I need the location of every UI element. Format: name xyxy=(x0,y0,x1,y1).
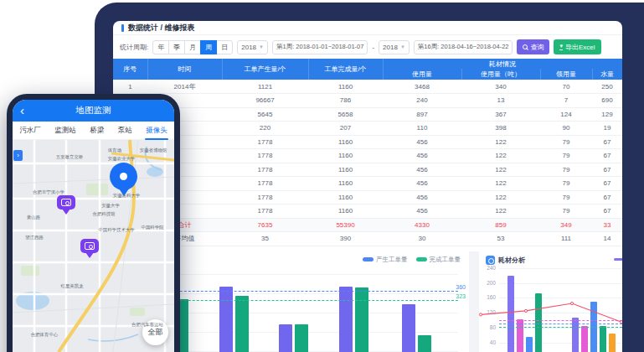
table-cell: 1160 xyxy=(308,204,383,219)
table-cell: 67 xyxy=(592,190,622,204)
table-cell: 340 xyxy=(461,80,540,94)
period-option[interactable]: 月 xyxy=(184,40,201,54)
camera-marker[interactable] xyxy=(56,195,76,219)
camera-icon xyxy=(61,199,71,206)
map-label: 合肥市宁溪小学 xyxy=(33,189,64,195)
period-option[interactable]: 年 xyxy=(152,40,169,54)
phone-tab-泵站[interactable]: 泵站 xyxy=(117,123,133,138)
table-cell: 122 xyxy=(461,163,540,177)
period-option[interactable]: 周 xyxy=(200,40,217,54)
table-cell: 456 xyxy=(383,149,461,163)
table-cell: 90 xyxy=(540,122,592,136)
table-cell: 456 xyxy=(383,190,461,204)
legend-item[interactable]: 产生工单量 xyxy=(363,256,408,264)
table-cell: 110 xyxy=(383,122,461,136)
table-cell: 79 xyxy=(540,135,592,149)
table-cell: 122 xyxy=(461,135,540,149)
year-to-select[interactable]: 2018 ▼ xyxy=(379,40,410,54)
map-label: 中国科学技术大学 xyxy=(98,226,134,233)
sub-column-header: 使用量（吨） xyxy=(461,69,540,80)
camera-marker-body xyxy=(57,195,75,210)
legend-label: 产生工单量 xyxy=(376,256,408,264)
table-row: 177811604561227967 xyxy=(113,204,622,219)
map-label: 五里墩立交桥 xyxy=(56,153,83,160)
charts-row: 产生工单量完成工单量 360323 耗材分析 2402001601208040 xyxy=(113,251,622,352)
phone-navbar: ‹ 地图监测 xyxy=(13,100,174,122)
table-cell: 250 xyxy=(592,80,622,94)
table-row: 56455658897367124129 xyxy=(113,107,622,122)
export-button-label: 导出Excel xyxy=(565,43,595,52)
table-cell: 1778 xyxy=(222,177,308,191)
year-from-value: 2018 xyxy=(241,44,256,51)
table-cell: 79 xyxy=(540,190,592,204)
breadcrumb-text: 数据统计 / 维修报表 xyxy=(128,23,195,34)
trend-line-layer xyxy=(479,251,622,352)
table-row: 177811604561227967 xyxy=(113,190,622,204)
map-label: 合肥体育中心 xyxy=(31,331,58,338)
week-from-field[interactable]: 第1周: 2018-01-01~2018-01-07 xyxy=(272,40,368,54)
map-label: 安徽省博物馆 xyxy=(140,147,167,153)
back-icon[interactable]: ‹ xyxy=(20,101,24,121)
table-cell: 67 xyxy=(592,204,622,219)
table-cell: 398 xyxy=(461,122,540,136)
map-label: 体育场 xyxy=(108,147,121,153)
table-cell: 1778 xyxy=(222,149,308,163)
table-cell: 7 xyxy=(540,94,592,108)
table-cell: 122 xyxy=(461,190,540,204)
table-cell: 67 xyxy=(592,177,622,191)
download-icon: ▾ xyxy=(559,44,563,50)
week-to-field[interactable]: 第16周: 2018-04-16~2018-04-22 xyxy=(414,40,513,54)
period-option[interactable]: 日 xyxy=(216,40,233,54)
table-cell: 5658 xyxy=(308,107,383,122)
table-cell: 122 xyxy=(461,177,540,191)
export-excel-button[interactable]: ▾ 导出Excel xyxy=(554,39,600,54)
year-from-select[interactable]: 2018 ▼ xyxy=(237,40,268,54)
period-label: 统计周期: xyxy=(120,43,148,52)
group-column-header: 耗材情况 xyxy=(383,59,622,69)
table-cell: 111 xyxy=(540,232,592,246)
period-option[interactable]: 季 xyxy=(168,40,185,54)
query-button-label: 查询 xyxy=(530,43,544,52)
table-cell: 122 xyxy=(461,149,540,163)
map-label: 合肥科技馆 xyxy=(93,210,116,217)
phone-tab-桥梁[interactable]: 桥梁 xyxy=(89,123,105,138)
phone-tab-监测站[interactable]: 监测站 xyxy=(54,123,77,138)
bar-完成工单量 xyxy=(295,324,308,352)
table-cell: 5645 xyxy=(222,107,308,122)
column-header: 时间 xyxy=(147,59,222,80)
bar-产生工单量 xyxy=(339,287,353,352)
legend-item[interactable]: 完成工单量 xyxy=(416,256,461,264)
table-cell: 30 xyxy=(383,232,461,246)
query-button[interactable]: 查询 xyxy=(517,39,549,54)
table-row: 96667786240137690 xyxy=(113,94,622,108)
table-cell: 129 xyxy=(592,107,622,122)
filter-toolbar: 统计周期: 年季月周日 2018 ▼ 第1周: 2018-01-01~2018-… xyxy=(113,35,622,59)
map-label: 中国科学院 xyxy=(142,224,164,230)
table-cell: 14 xyxy=(592,232,622,246)
map-expand-button[interactable]: › xyxy=(13,150,23,161)
map-label: 望江西路 xyxy=(25,234,44,241)
table-cell: 79 xyxy=(540,163,592,177)
chevron-down-icon: ▼ xyxy=(400,44,405,49)
map-view[interactable]: › 全部 五里墩立交桥体育场安徽农业大学安徽省博物馆合肥市宁溪小学安徽医科大学安… xyxy=(13,140,174,352)
table-cell: 55390 xyxy=(308,218,383,232)
camera-marker[interactable] xyxy=(80,239,100,262)
table-cell: 79 xyxy=(540,149,592,163)
table-cell: 1160 xyxy=(308,177,383,191)
table-cell: 1160 xyxy=(308,149,383,163)
consumables-chart: 耗材分析 2402001601208040 xyxy=(479,251,622,352)
phone-tab-摄像头[interactable]: 摄像头 xyxy=(145,123,168,138)
map-label: 安徽农业大学 xyxy=(108,155,135,162)
map-label: 安徽医科大学 xyxy=(113,192,140,199)
table-cell: 220 xyxy=(222,122,308,136)
table-cell: 4330 xyxy=(383,218,461,232)
table-row: 合计763555390433085934933 xyxy=(113,218,622,232)
column-header: 工单产生量/个 xyxy=(222,59,308,80)
table-cell: 1160 xyxy=(308,135,383,149)
bar-完成工单量 xyxy=(355,287,368,352)
table-cell: 1160 xyxy=(308,80,383,94)
phone-tab-污水厂[interactable]: 污水厂 xyxy=(18,123,42,138)
table-cell: 67 xyxy=(592,149,622,163)
table-cell: 1121 xyxy=(222,80,308,94)
map-label: 安徽大学 xyxy=(101,202,120,209)
